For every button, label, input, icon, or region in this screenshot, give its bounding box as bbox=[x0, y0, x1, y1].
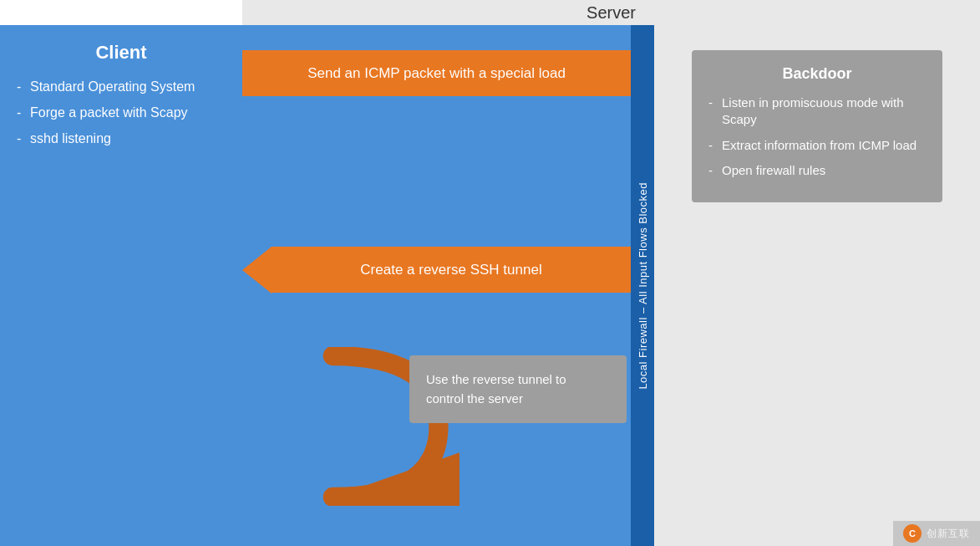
backdoor-item-1: Listen in promiscuous mode with Scapy bbox=[708, 94, 926, 129]
server-label-area: Server bbox=[242, 0, 980, 25]
tunnel-text-line2: control the server bbox=[426, 391, 523, 406]
arrow-icmp-label: Send an ICMP packet with a special load bbox=[307, 65, 566, 82]
backdoor-item-3: Open firewall rules bbox=[708, 162, 926, 179]
client-title: Client bbox=[17, 42, 226, 64]
arrow-ssh-tip bbox=[242, 247, 272, 293]
client-label-area bbox=[0, 0, 242, 25]
client-item-3: sshd listening bbox=[17, 130, 226, 148]
client-panel: Client Standard Operating System Forge a… bbox=[0, 25, 242, 546]
backdoor-title: Backdoor bbox=[708, 65, 926, 83]
arrow-icmp-body: Send an ICMP packet with a special load bbox=[242, 50, 631, 96]
client-item-1: Standard Operating System bbox=[17, 79, 226, 96]
top-labels: Server bbox=[0, 0, 980, 25]
tunnel-text-box: Use the reverse tunnel to control the se… bbox=[409, 355, 627, 423]
client-list: Standard Operating System Forge a packet… bbox=[17, 79, 226, 147]
middle-area: Send an ICMP packet with a special load … bbox=[242, 25, 654, 546]
client-item-2: Forge a packet with Scapy bbox=[17, 105, 226, 122]
arrow-ssh-label: Create a reverse SSH tunnel bbox=[360, 262, 541, 278]
logo-text: 创新互联 bbox=[927, 527, 970, 541]
firewall-line: Local Firewall – All Input Flows Blocked bbox=[631, 25, 654, 546]
logo-icon: C bbox=[903, 524, 922, 543]
server-label: Server bbox=[586, 3, 636, 23]
server-panel: Backdoor Listen in promiscuous mode with… bbox=[654, 25, 980, 546]
backdoor-item-2: Extract information from ICMP load bbox=[708, 137, 926, 154]
firewall-text: Local Firewall – All Input Flows Blocked bbox=[637, 182, 649, 390]
arrow-ssh-body: Create a reverse SSH tunnel bbox=[272, 247, 631, 293]
logo-icon-letter: C bbox=[909, 528, 916, 538]
tunnel-text-line1: Use the reverse tunnel to bbox=[426, 372, 566, 386]
bottom-bar: C 创新互联 bbox=[893, 521, 980, 546]
backdoor-list: Listen in promiscuous mode with Scapy Ex… bbox=[708, 94, 926, 179]
backdoor-box: Backdoor Listen in promiscuous mode with… bbox=[692, 50, 942, 202]
main-container: Server Client Standard Operating System … bbox=[0, 0, 980, 546]
arrow-icmp: Send an ICMP packet with a special load bbox=[242, 50, 631, 96]
content-area: Client Standard Operating System Forge a… bbox=[0, 25, 980, 546]
arrow-ssh: Create a reverse SSH tunnel bbox=[242, 247, 631, 293]
